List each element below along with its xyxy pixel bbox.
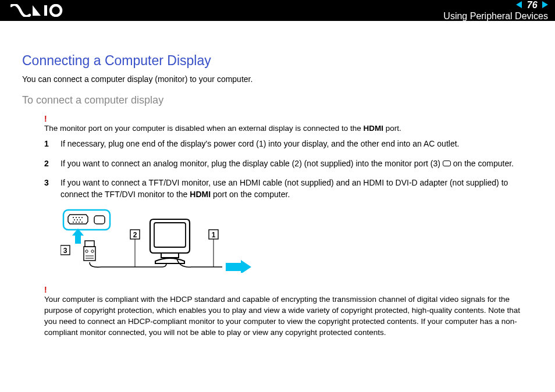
svg-point-3 — [73, 217, 74, 218]
svg-rect-24 — [154, 223, 186, 247]
section-label: Using Peripheral Devices — [443, 11, 548, 22]
step-3-post: port on the computer. — [211, 190, 290, 199]
svg-rect-28 — [226, 263, 241, 271]
diagram-label-2: 2 — [133, 231, 137, 239]
vaio-logo — [10, 4, 74, 17]
svg-rect-0 — [44, 5, 47, 16]
prev-page-arrow[interactable] — [516, 1, 522, 8]
page-title: Connecting a Computer Display — [22, 53, 533, 69]
steps-list: If necessary, plug one end of the displa… — [22, 138, 533, 200]
content: Connecting a Computer Display You can co… — [0, 21, 555, 338]
svg-point-4 — [76, 217, 77, 218]
svg-point-1 — [51, 5, 61, 16]
warning1-post: port. — [383, 124, 401, 133]
svg-point-5 — [79, 217, 80, 218]
svg-point-13 — [81, 222, 83, 223]
subtitle: To connect a computer display — [22, 94, 533, 106]
svg-point-10 — [73, 222, 74, 223]
svg-point-7 — [74, 219, 75, 220]
warning2-text: Your computer is compliant with the HDCP… — [44, 295, 520, 337]
warning-icon: ! — [44, 286, 533, 294]
step-2-post: on the computer. — [451, 159, 514, 168]
svg-point-11 — [76, 222, 77, 223]
diagram-label-3: 3 — [63, 247, 67, 255]
svg-rect-14 — [94, 216, 105, 224]
diagram-label-1: 1 — [212, 231, 216, 239]
step-3-bold: HDMI — [190, 190, 211, 199]
step-3: If you want to connect a TFT/DVI monitor… — [44, 177, 533, 200]
connection-diagram: 3 2 — [61, 209, 533, 275]
step-1-text: If necessary, plug one end of the displa… — [61, 139, 459, 148]
svg-point-9 — [80, 219, 81, 220]
step-2: If you want to connect an analog monitor… — [44, 158, 533, 170]
step-1: If necessary, plug one end of the displa… — [44, 138, 533, 150]
page-number: 76 — [525, 0, 540, 10]
warning-icon: ! — [44, 115, 533, 123]
step-2-pre: If you want to connect an analog monitor… — [61, 159, 443, 168]
svg-point-8 — [77, 219, 78, 220]
warning-note-2: ! Your computer is compliant with the HD… — [22, 286, 533, 338]
svg-rect-25 — [161, 253, 179, 258]
warning1-pre: The monitor port on your computer is dis… — [44, 124, 364, 133]
next-page-arrow[interactable] — [542, 1, 548, 8]
svg-point-6 — [81, 217, 83, 218]
header-bar: 76 Using Peripheral Devices — [0, 0, 555, 21]
warning-note-1: ! The monitor port on your computer is d… — [22, 115, 533, 134]
svg-rect-2 — [63, 210, 110, 230]
svg-point-12 — [79, 222, 80, 223]
svg-rect-17 — [85, 241, 94, 247]
monitor-port-icon — [443, 161, 451, 166]
warning1-bold: HDMI — [364, 124, 384, 133]
intro-text: You can connect a computer display (moni… — [22, 74, 533, 84]
